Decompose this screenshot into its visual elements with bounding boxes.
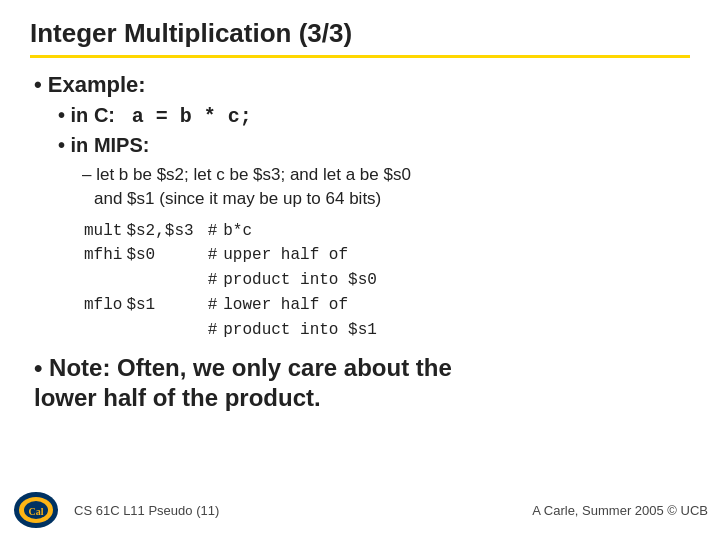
code-args-2: $s0 bbox=[124, 243, 205, 268]
example-bullet: • Example: bbox=[34, 72, 690, 98]
code-hash-5: # bbox=[206, 318, 220, 343]
code-row-4: mflo $s1 # lower half of bbox=[82, 293, 379, 318]
in-mips-bullet: • in MIPS: bbox=[58, 134, 690, 157]
code-cmd-4: mflo bbox=[82, 293, 124, 318]
in-c-bullet: • in C: a = b * c; bbox=[58, 104, 690, 128]
code-cmd-5 bbox=[82, 318, 124, 343]
note-text: • Note: Often, we only care about the lo… bbox=[34, 353, 690, 413]
code-table: mult $s2,$s3 # b*c mfhi $s0 # upper half… bbox=[82, 219, 379, 343]
code-args-1: $s2,$s3 bbox=[124, 219, 205, 244]
code-hash-3: # bbox=[206, 268, 220, 293]
footer: Cal CS 61C L11 Pseudo (11) A Carle, Summ… bbox=[0, 490, 720, 530]
code-row-3: # product into $s0 bbox=[82, 268, 379, 293]
code-comment-1: b*c bbox=[219, 219, 379, 244]
svg-text:Cal: Cal bbox=[29, 506, 44, 517]
dash-item-1: – let b be $s2; let c be $s3; and let a … bbox=[82, 163, 690, 211]
footer-right-text: A Carle, Summer 2005 © UCB bbox=[532, 503, 708, 518]
code-comment-2: upper half of bbox=[219, 243, 379, 268]
code-comment-3: product into $s0 bbox=[219, 268, 379, 293]
slide-container: Integer Multiplication (3/3) • Example: … bbox=[0, 0, 720, 540]
code-args-5 bbox=[124, 318, 205, 343]
code-hash-2: # bbox=[206, 243, 220, 268]
code-hash-1: # bbox=[206, 219, 220, 244]
code-comment-4: lower half of bbox=[219, 293, 379, 318]
cal-logo: Cal bbox=[12, 490, 60, 530]
in-c-code: a = b * c; bbox=[132, 105, 252, 128]
code-row-5: # product into $s1 bbox=[82, 318, 379, 343]
note-line-2: lower half of the product. bbox=[34, 384, 321, 411]
code-hash-4: # bbox=[206, 293, 220, 318]
code-row-2: mfhi $s0 # upper half of bbox=[82, 243, 379, 268]
code-cmd-3 bbox=[82, 268, 124, 293]
code-args-4: $s1 bbox=[124, 293, 205, 318]
note-line-1: • Note: Often, we only care about the bbox=[34, 354, 452, 381]
code-comment-5: product into $s1 bbox=[219, 318, 379, 343]
code-block: mult $s2,$s3 # b*c mfhi $s0 # upper half… bbox=[82, 219, 690, 343]
title-area: Integer Multiplication (3/3) bbox=[30, 18, 690, 58]
slide-title: Integer Multiplication (3/3) bbox=[30, 18, 352, 48]
code-cmd-2: mfhi bbox=[82, 243, 124, 268]
in-c-label: • in C: bbox=[58, 104, 115, 126]
footer-left-text: CS 61C L11 Pseudo (11) bbox=[70, 503, 532, 518]
code-cmd-1: mult bbox=[82, 219, 124, 244]
code-row-1: mult $s2,$s3 # b*c bbox=[82, 219, 379, 244]
code-args-3 bbox=[124, 268, 205, 293]
